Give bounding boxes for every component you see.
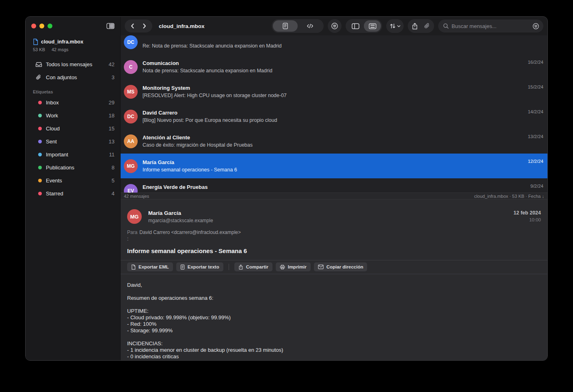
message-body: David, Resumen de operaciones semana 6: … bbox=[127, 282, 541, 360]
action-button[interactable]: Exportar EML bbox=[127, 262, 173, 271]
sidebar-smart-items: Todos los mensajes 42 Con adjuntos 3 bbox=[26, 58, 120, 84]
layout-segment bbox=[346, 19, 382, 33]
sidebar-item-label: Con adjuntos bbox=[46, 74, 77, 80]
message-sender: María García bbox=[143, 159, 515, 166]
zoom-window-button[interactable] bbox=[48, 24, 52, 28]
action-bar: Exportar EML Exportar texto Co bbox=[127, 260, 541, 274]
mbox-file-size: 53 KB bbox=[33, 47, 45, 52]
sidebar-label-item[interactable]: Publications 8 bbox=[26, 161, 120, 174]
traffic-lights bbox=[31, 24, 52, 28]
search-input[interactable] bbox=[452, 23, 530, 29]
sender-avatar: MG bbox=[124, 159, 138, 173]
sidebar-label-item[interactable]: Sent 13 bbox=[26, 135, 120, 148]
sidebar-label-item[interactable]: Starred 4 bbox=[26, 187, 120, 200]
message-date: 14/2/24 bbox=[528, 109, 543, 114]
action-button[interactable]: Compartir bbox=[234, 262, 272, 271]
message-sender: Atención al Cliente bbox=[143, 134, 515, 141]
sidebar-labels: Inbox 29 Work 18 Cloud 15 Sent bbox=[26, 96, 120, 200]
sidebar-titlebar bbox=[26, 17, 120, 35]
label-name: Inbox bbox=[46, 100, 59, 106]
mbox-message-count: 42 msgs bbox=[52, 47, 69, 52]
detail-date: 12 feb 2024 bbox=[514, 210, 541, 216]
toolbar: cloud_infra.mbox bbox=[121, 17, 547, 35]
message-sender: Monitoring System bbox=[143, 85, 515, 91]
label-count: 29 bbox=[109, 100, 115, 106]
message-row[interactable]: MS Monitoring System [RESOLVED] Alert: H… bbox=[121, 79, 547, 104]
message-row[interactable]: EV Energía Verde de Pruebas Propuesta PP… bbox=[121, 178, 547, 193]
sidebar-item[interactable]: Con adjuntos 3 bbox=[26, 71, 120, 84]
message-sender: Energía Verde de Pruebas bbox=[143, 184, 515, 191]
message-detail-pane: MG María García mgarcia@stackscale.examp… bbox=[121, 199, 547, 360]
sort-button[interactable] bbox=[386, 19, 404, 33]
to-label: Para bbox=[127, 230, 137, 235]
label-count: 11 bbox=[109, 152, 115, 158]
message-row[interactable]: C Comunicacion Nota de prensa: Stackscal… bbox=[121, 54, 547, 79]
message-row[interactable]: DC David Carrero [Blog] Nuevo post: Por … bbox=[121, 104, 547, 129]
message-subject: Propuesta PPA energia solar para centros… bbox=[143, 192, 515, 193]
mbox-file-icon bbox=[33, 39, 38, 45]
sidebar-label-item[interactable]: Events 5 bbox=[26, 174, 120, 187]
detail-avatar: MG bbox=[127, 209, 142, 224]
code-icon bbox=[307, 23, 314, 29]
search-field bbox=[438, 19, 543, 32]
back-button[interactable] bbox=[130, 23, 136, 29]
close-window-button[interactable] bbox=[31, 24, 36, 28]
action-button[interactable]: Exportar texto bbox=[176, 262, 223, 271]
sidebar-item-label: Todos los mensajes bbox=[46, 61, 92, 67]
label-count: 5 bbox=[112, 178, 115, 184]
sidebar: cloud_infra.mbox 53 KB 42 msgs Todos los… bbox=[26, 17, 121, 360]
sidebar-item[interactable]: Todos los mensajes 42 bbox=[26, 58, 120, 71]
action-button[interactable]: Imprimir bbox=[276, 262, 311, 271]
sidebar-label-item[interactable]: Work 18 bbox=[26, 109, 120, 122]
message-date: 15/2/24 bbox=[528, 84, 543, 89]
app-window: cloud_infra.mbox 53 KB 42 msgs Todos los… bbox=[25, 16, 548, 361]
message-row[interactable]: DC Re: Nota de prensa: Stackscale anunci… bbox=[121, 35, 547, 54]
chevron-down-icon bbox=[397, 25, 400, 27]
sidebar-label-item[interactable]: Cloud 15 bbox=[26, 122, 120, 135]
action-button[interactable]: Copiar dirección bbox=[314, 262, 368, 271]
sidebar-label-item[interactable]: Important 11 bbox=[26, 148, 120, 161]
content-view-segment bbox=[272, 19, 324, 33]
sidebar-label-item[interactable]: Inbox 29 bbox=[26, 96, 120, 109]
label-name: Important bbox=[46, 152, 68, 158]
label-name: Cloud bbox=[46, 126, 60, 132]
source-view-button[interactable] bbox=[298, 20, 322, 32]
message-row[interactable]: AA Atención al Cliente Caso de éxito: mi… bbox=[121, 129, 547, 154]
detail-time: 10:00 bbox=[514, 217, 541, 222]
message-subject: [RESOLVED] Alert: High CPU usage on stor… bbox=[143, 93, 515, 99]
action-bar-divider bbox=[229, 264, 229, 270]
sender-avatar: C bbox=[124, 60, 138, 74]
detail-subject: Informe semanal operaciones - Semana 6 bbox=[127, 247, 541, 254]
message-sender: David Carrero bbox=[143, 110, 515, 116]
search-filter-icon[interactable] bbox=[532, 23, 539, 30]
label-name: Events bbox=[46, 178, 62, 184]
reader-view-icon bbox=[283, 23, 288, 29]
vertical-split-button[interactable] bbox=[347, 20, 364, 32]
printer-icon bbox=[280, 264, 285, 270]
tray-icon bbox=[35, 61, 42, 67]
toggle-sidebar-icon[interactable] bbox=[106, 23, 115, 29]
filter-button[interactable] bbox=[328, 19, 342, 33]
detail-sender-email: mgarcia@stackscale.example bbox=[148, 218, 514, 223]
attachment-button[interactable] bbox=[424, 23, 430, 29]
message-subject: Caso de éxito: migración de Hospital de … bbox=[143, 142, 515, 148]
file-icon bbox=[131, 264, 136, 270]
label-name: Sent bbox=[46, 139, 57, 145]
horizontal-split-button[interactable] bbox=[364, 20, 381, 32]
message-date: 12/2/24 bbox=[528, 159, 543, 164]
forward-button[interactable] bbox=[141, 23, 147, 29]
status-bar: 42 mensajes cloud_infra.mbox · 53 KB · F… bbox=[121, 193, 547, 199]
status-file-sort[interactable]: cloud_infra.mbox · 53 KB · Fecha ↓ bbox=[474, 194, 544, 199]
reader-view-button[interactable] bbox=[273, 20, 298, 32]
filter-icon bbox=[331, 22, 338, 30]
message-subject: Informe semanal operaciones - Semana 6 bbox=[143, 167, 515, 173]
share-button[interactable] bbox=[412, 23, 418, 30]
sender-avatar: DC bbox=[124, 35, 138, 49]
panel-left-icon bbox=[352, 23, 359, 29]
message-subject: Nota de prensa: Stackscale anuncia expan… bbox=[143, 68, 515, 74]
message-row[interactable]: MG María García Informe semanal operacio… bbox=[121, 154, 547, 178]
label-color-dot bbox=[38, 153, 42, 156]
minimize-window-button[interactable] bbox=[39, 24, 44, 28]
label-color-dot bbox=[38, 166, 42, 169]
sender-avatar: AA bbox=[124, 134, 138, 148]
